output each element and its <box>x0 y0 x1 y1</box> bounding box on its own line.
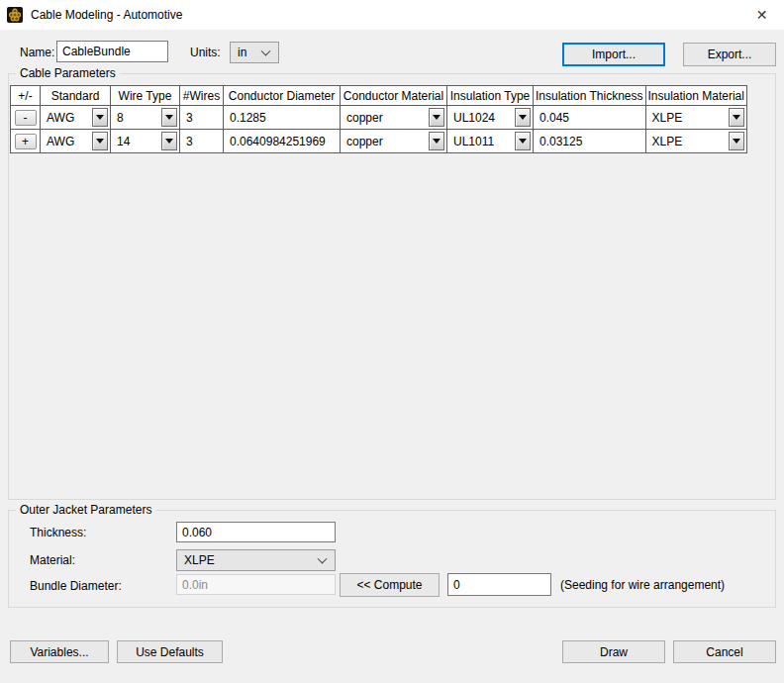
dropdown-arrow-button[interactable] <box>161 132 177 150</box>
num-wires-cell[interactable]: 3 <box>180 130 224 153</box>
triangle-down-icon <box>433 115 441 120</box>
dropdown-arrow-button[interactable] <box>161 108 177 127</box>
insulation-material-select[interactable]: XLPE <box>645 106 746 130</box>
insulation-material-select[interactable]: XLPE <box>645 130 746 153</box>
material-selected-value: XLPE <box>184 553 215 567</box>
dialog-window: Cable Modeling - Automotive ✕ Name: Unit… <box>0 0 784 683</box>
insulation-type-select[interactable]: UL1011 <box>447 130 534 153</box>
seeding-note: (Seeding for wire arrangement) <box>560 578 725 592</box>
units-select[interactable]: in <box>230 42 279 63</box>
triangle-down-icon <box>165 139 173 144</box>
table-row: + AWG 14 3 0.0640984251969 copper UL1011… <box>11 130 747 153</box>
triangle-down-icon <box>433 139 441 144</box>
cable-bundle-app-icon <box>7 7 23 23</box>
triangle-down-icon <box>96 115 104 120</box>
table-row: - AWG 8 3 0.1285 copper UL1024 0.045 XLP… <box>11 106 747 130</box>
insulation-type-selected-value: UL1011 <box>453 135 494 148</box>
remove-row-button[interactable]: - <box>15 110 37 126</box>
insulation-thickness-cell[interactable]: 0.03125 <box>534 130 646 153</box>
conductor-material-select[interactable]: copper <box>341 130 447 153</box>
add-row-button[interactable]: + <box>15 134 37 149</box>
conductor-diameter-cell[interactable]: 0.1285 <box>224 106 341 130</box>
units-selected-value: in <box>238 46 246 59</box>
triangle-down-icon <box>733 139 740 144</box>
dropdown-arrow-button[interactable] <box>729 108 744 127</box>
chevron-down-icon <box>261 47 271 56</box>
col-header-action: +/- <box>11 86 41 106</box>
triangle-down-icon <box>733 115 740 120</box>
wire-type-selected-value: 8 <box>117 111 124 125</box>
col-header-wire-type: Wire Type <box>111 86 180 106</box>
num-wires-cell[interactable]: 3 <box>180 106 224 130</box>
wire-type-select[interactable]: 14 <box>111 130 180 153</box>
dropdown-arrow-button[interactable] <box>729 132 744 150</box>
col-header-standard: Standard <box>41 86 111 106</box>
dropdown-arrow-button[interactable] <box>429 132 444 150</box>
draw-button[interactable]: Draw <box>562 640 665 663</box>
import-button[interactable]: Import... <box>562 43 665 66</box>
outer-jacket-group-label: Outer Jacket Parameters <box>16 503 155 517</box>
close-icon[interactable]: ✕ <box>739 0 784 30</box>
table-header-row: +/- Standard Wire Type #Wires Conductor … <box>11 86 747 106</box>
dropdown-arrow-button[interactable] <box>92 108 108 127</box>
title-bar: Cable Modeling - Automotive ✕ <box>0 0 784 30</box>
units-label: Units: <box>190 46 221 59</box>
standard-select[interactable]: AWG <box>41 130 111 153</box>
thickness-input[interactable] <box>176 522 336 542</box>
material-label: Material: <box>30 553 75 567</box>
insulation-material-selected-value: XLPE <box>652 111 683 125</box>
conductor-diameter-cell[interactable]: 0.0640984251969 <box>224 130 341 153</box>
dropdown-arrow-button[interactable] <box>429 108 444 127</box>
conductor-material-selected-value: copper <box>346 135 383 148</box>
insulation-type-select[interactable]: UL1024 <box>447 106 534 130</box>
triangle-down-icon <box>165 115 173 120</box>
seed-input[interactable] <box>447 573 551 596</box>
chevron-down-icon <box>318 554 328 564</box>
col-header-insulation-thickness: Insulation Thickness <box>534 86 646 106</box>
standard-selected-value: AWG <box>47 111 74 125</box>
wire-type-selected-value: 14 <box>117 135 130 148</box>
material-select[interactable]: XLPE <box>176 549 336 571</box>
compute-button[interactable]: << Compute <box>340 573 440 597</box>
window-title: Cable Modeling - Automotive <box>31 8 182 22</box>
thickness-label: Thickness: <box>30 526 86 539</box>
triangle-down-icon <box>519 139 527 144</box>
standard-selected-value: AWG <box>47 135 74 148</box>
conductor-material-selected-value: copper <box>346 111 383 125</box>
insulation-type-selected-value: UL1024 <box>453 111 495 125</box>
dropdown-arrow-button[interactable] <box>515 108 531 127</box>
dropdown-arrow-button[interactable] <box>92 132 108 150</box>
cable-parameters-table: +/- Standard Wire Type #Wires Conductor … <box>10 85 747 153</box>
triangle-down-icon <box>96 139 104 144</box>
standard-select[interactable]: AWG <box>41 106 111 130</box>
col-header-num-wires: #Wires <box>180 86 224 106</box>
variables-button[interactable]: Variables... <box>10 640 109 663</box>
bundle-diameter-label: Bundle Diameter: <box>30 579 122 593</box>
wire-type-select[interactable]: 8 <box>111 106 180 130</box>
col-header-conductor-material: Conductor Material <box>341 86 447 106</box>
insulation-material-selected-value: XLPE <box>652 135 683 148</box>
use-defaults-button[interactable]: Use Defaults <box>117 640 223 663</box>
name-input[interactable] <box>56 41 168 62</box>
dropdown-arrow-button[interactable] <box>515 132 531 150</box>
name-label: Name: <box>20 46 54 59</box>
col-header-insulation-type: Insulation Type <box>447 86 534 106</box>
cable-parameters-group-label: Cable Parameters <box>16 66 120 80</box>
col-header-conductor-diameter: Conductor Diameter <box>224 86 341 106</box>
cancel-button[interactable]: Cancel <box>673 640 776 663</box>
bundle-diameter-output <box>176 574 336 595</box>
insulation-thickness-cell[interactable]: 0.045 <box>534 106 646 130</box>
triangle-down-icon <box>519 115 527 120</box>
conductor-material-select[interactable]: copper <box>341 106 447 130</box>
col-header-insulation-material: Insulation Material <box>645 86 746 106</box>
export-button[interactable]: Export... <box>683 43 776 66</box>
